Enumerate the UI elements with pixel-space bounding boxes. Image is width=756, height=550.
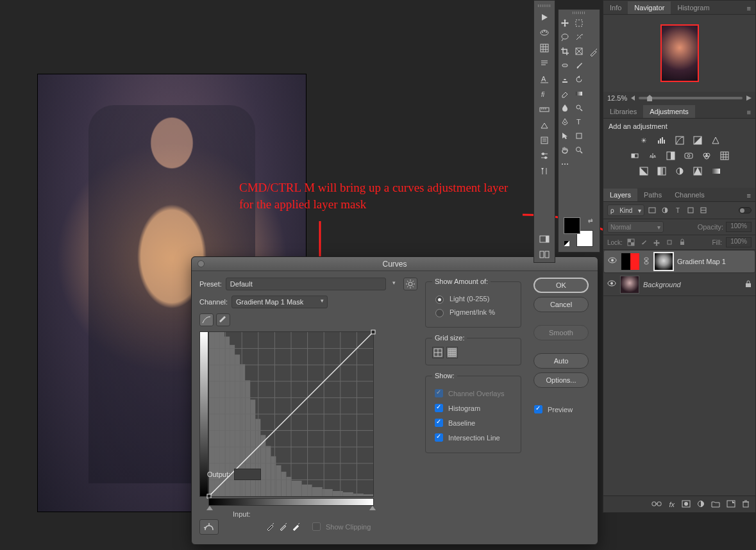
navigator-preview[interactable] [603, 15, 755, 92]
selective-color-icon[interactable] [692, 166, 703, 176]
zoom-tool-icon[interactable] [572, 143, 586, 157]
paragraph-icon[interactable] [536, 56, 553, 71]
auto-button[interactable]: Auto [533, 353, 589, 369]
edit-toolbar-icon[interactable] [558, 157, 572, 171]
cancel-button[interactable]: Cancel [533, 297, 589, 312]
lock-all-icon[interactable] [678, 238, 687, 247]
grid-4x4-icon[interactable] [432, 347, 444, 358]
filter-type-icon[interactable]: T [673, 205, 683, 215]
visibility-eye-icon[interactable] [607, 280, 616, 289]
zoom-in-icon[interactable] [746, 96, 752, 101]
check-channel-overlays[interactable]: Channel Overlays [432, 387, 514, 399]
swatches-icon[interactable] [536, 26, 553, 40]
visibility-eye-icon[interactable] [608, 257, 617, 266]
options-button[interactable]: Options... [533, 372, 589, 388]
posterize-icon[interactable] [656, 166, 668, 176]
vibrance-icon[interactable] [710, 135, 721, 146]
blend-mode-select[interactable]: Normal▾ [607, 221, 664, 233]
threshold-icon[interactable] [674, 166, 685, 176]
curves-icon[interactable] [674, 135, 685, 146]
blur-tool-icon[interactable] [558, 101, 572, 115]
mask-link-icon[interactable] [644, 257, 650, 266]
glyphs-icon[interactable]: fi [536, 87, 553, 101]
zoom-slider[interactable] [639, 97, 743, 99]
character-icon[interactable]: A [536, 72, 553, 86]
preset-select[interactable]: Default [226, 278, 386, 290]
settings-icon[interactable] [536, 149, 553, 163]
ok-button[interactable]: OK [533, 278, 589, 293]
layer-name[interactable]: Background [643, 281, 681, 288]
black-eyedropper-icon[interactable] [266, 522, 275, 532]
tab-libraries[interactable]: Libraries [603, 105, 643, 118]
channel-mixer-icon[interactable] [701, 151, 712, 161]
ruler-icon[interactable] [536, 103, 553, 117]
crop-tool-icon[interactable] [558, 44, 572, 58]
layer-thumbnail[interactable] [620, 276, 639, 294]
tab-histogram[interactable]: Histogram [671, 1, 716, 14]
show-clipping-checkbox[interactable]: Show Clipping [310, 521, 371, 533]
channel-select[interactable]: Gradient Map 1 Mask [231, 296, 328, 308]
filter-pixel-icon[interactable] [647, 205, 657, 215]
eyedropper-tool-icon[interactable] [586, 44, 600, 58]
close-dot-icon[interactable] [197, 260, 205, 267]
move-tool-icon[interactable] [558, 16, 572, 30]
add-mask-icon[interactable] [682, 501, 690, 508]
layer-thumbnail[interactable] [621, 253, 640, 271]
filter-adjustment-icon[interactable] [660, 205, 670, 215]
layer-row-gradient-map-1[interactable]: Gradient Map 1 [603, 250, 755, 273]
target-adjust-icon[interactable] [199, 519, 219, 535]
stamp-tool-icon[interactable] [558, 72, 572, 87]
panel-menu-icon[interactable]: ≡ [745, 3, 753, 14]
marquee-tool-icon[interactable] [572, 16, 586, 30]
path-select-icon[interactable] [558, 129, 572, 143]
radio-pigment[interactable]: Pigment/Ink % [432, 307, 514, 317]
brightness-contrast-icon[interactable]: ☀ [638, 135, 650, 146]
dock-icon[interactable] [536, 232, 553, 246]
curve-draw-mode-icon[interactable] [216, 313, 230, 326]
swap-colors-icon[interactable]: ⇄ [588, 217, 593, 224]
zoom-out-icon[interactable] [631, 96, 635, 101]
white-eyedropper-icon[interactable] [292, 522, 301, 532]
panel-grip-icon[interactable] [538, 4, 551, 7]
photo-filter-icon[interactable] [683, 151, 694, 161]
layer-name[interactable]: Gradient Map 1 [677, 258, 726, 265]
wand-tool-icon[interactable] [572, 30, 586, 44]
tab-layers[interactable]: Layers [603, 188, 637, 201]
settings-gear-icon[interactable] [403, 278, 417, 290]
radio-light[interactable]: Light (0-255) [432, 294, 514, 304]
check-intersection[interactable]: Intersection Line [432, 431, 514, 444]
frame-tool-icon[interactable] [572, 44, 586, 58]
expand-icon[interactable] [536, 247, 553, 262]
type-tool-icon[interactable]: T [572, 115, 586, 129]
exposure-icon[interactable] [692, 135, 703, 146]
zoom-value[interactable]: 12.5% [607, 94, 627, 102]
fill-field[interactable]: 100% [726, 237, 752, 247]
smooth-button[interactable]: Smooth [533, 325, 589, 340]
check-histogram[interactable]: Histogram [432, 402, 514, 414]
delete-layer-icon[interactable] [743, 500, 749, 509]
gradient-tool-icon[interactable] [572, 87, 586, 101]
tab-paths[interactable]: Paths [637, 188, 668, 201]
dodge-tool-icon[interactable] [572, 101, 586, 115]
brush-tool-icon[interactable] [572, 58, 586, 72]
history-brush-icon[interactable] [572, 72, 586, 87]
lock-brush-icon[interactable] [639, 238, 648, 247]
shape-tool-icon[interactable] [572, 129, 586, 143]
check-baseline[interactable]: Baseline [432, 417, 514, 429]
filter-smart-icon[interactable] [698, 205, 709, 215]
default-colors-icon[interactable] [564, 240, 570, 247]
play-icon[interactable] [536, 10, 553, 24]
link-layers-icon[interactable] [652, 501, 661, 508]
panel-menu-icon[interactable]: ≡ [745, 106, 753, 118]
layer-filter-kind-select[interactable]: ρ Kind▾ [607, 204, 644, 216]
hand-tool-icon[interactable] [558, 143, 572, 157]
grid-10x10-icon[interactable] [446, 347, 458, 358]
toolbox-grip-icon[interactable] [573, 12, 585, 14]
tab-channels[interactable]: Channels [668, 188, 710, 201]
pen-tool-icon[interactable] [558, 115, 572, 129]
eraser-tool-icon[interactable] [558, 87, 572, 101]
color-lookup-icon[interactable] [719, 151, 730, 161]
layer-row-background[interactable]: Background [603, 273, 755, 296]
output-field[interactable] [234, 469, 261, 480]
tab-navigator[interactable]: Navigator [628, 1, 671, 14]
